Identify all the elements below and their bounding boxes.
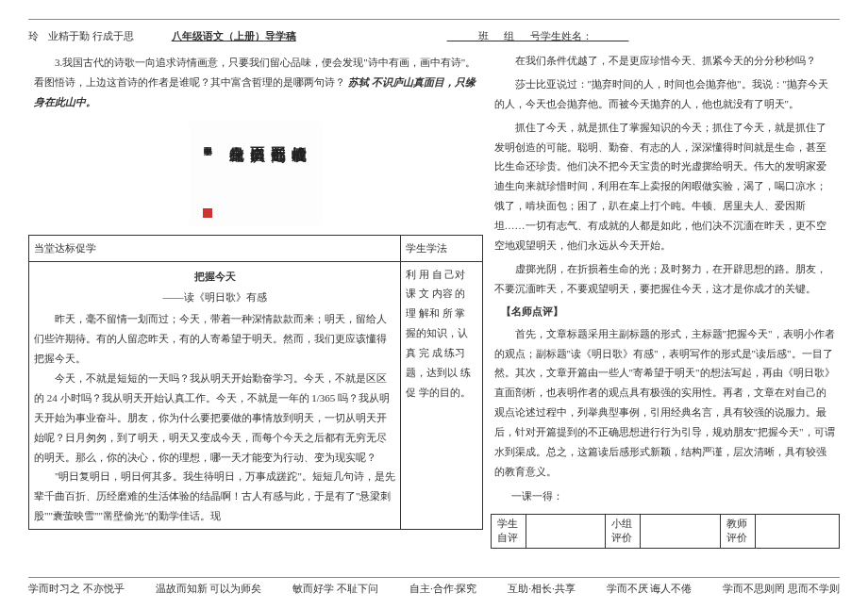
calligraphy-image: 横看成岭侧成峰 远近高低各不同 不识庐山真面目 只缘身在此山中 甲申年阳春书於羊 [190, 122, 322, 225]
footer-5: 互助·相长·共享 [508, 582, 576, 596]
columns: 3.我国古代的诗歌一向追求诗情画意，只要我们留心品味，便会发现"诗中有画，画中有… [28, 49, 840, 549]
footer-3: 敏而好学 不耻下问 [292, 582, 378, 596]
seal-icon [203, 208, 212, 218]
top-divider [28, 19, 840, 20]
header-title: 八年级语文（上册）导学稿 [172, 29, 296, 43]
eval-teacher-value [756, 515, 840, 549]
essay-subtitle: ——读《明日歌》有感 [34, 288, 395, 309]
eval-self-value [526, 515, 606, 549]
footer-7: 学而不思则罔 思而不学则 [723, 582, 840, 596]
footer-4: 自主·合作·探究 [409, 582, 477, 596]
essay-p1: 昨天，毫不留情一划而过；今天，带着一种深情款款而来；明天，留给人们些许期待。有的… [34, 309, 395, 369]
document-page: 玲 业精于勤 行成于思 八年级语文（上册）导学稿 ______班___组___号… [0, 0, 868, 609]
comment-title: 【名师点评】 [491, 304, 840, 319]
comment-body: 首先，文章标题采用主副标题的形式，主标题"把握今天"，表明小作者的观点；副标题"… [491, 322, 840, 484]
evaluation-table: 学生自评 小组评价 教师评价 [491, 514, 840, 549]
table-left-header: 当堂达标促学 [29, 235, 401, 261]
header-blanks: ______班___组___号学生姓名：_______ [447, 29, 629, 43]
eval-teacher-label: 教师评价 [721, 515, 756, 549]
header-motto: 业精于勤 行成于思 [48, 29, 134, 43]
study-table: 当堂达标促学 学生学法 把握今天 ——读《明日歌》有感 昨天，毫不留情一划而过；… [28, 235, 483, 530]
poem-question-block: 3.我国古代的诗歌一向追求诗情画意，只要我们留心品味，便会发现"诗中有画，画中有… [28, 49, 483, 116]
right-p3: 抓住了今天，就是抓住了掌握知识的今天；抓住了今天，就是抓住了发明创造的可能。聪明… [491, 116, 840, 257]
method-cell: 利 用 自 己对 课 文 内容 的 理 解和 所 掌 握的知识，认真 完 成 练… [401, 261, 483, 530]
eval-group-label: 小组评价 [606, 515, 641, 549]
footer-2: 温故而知新 可以为师矣 [156, 582, 262, 596]
footer-6: 学而不厌 诲人不倦 [607, 582, 693, 596]
essay-p2: 今天，不就是短短的一天吗？我从明天开始勤奋学习。今天，不就是区区的 24 小时吗… [34, 369, 395, 467]
table-right-header: 学生学法 [401, 235, 483, 261]
footer-1: 学而时习之 不亦悦乎 [28, 582, 125, 596]
right-p4: 虚掷光阴，在折损着生命的光；及时努力，在开辟思想的路。朋友，不要沉湎昨天，不要观… [491, 257, 840, 301]
essay-cell: 把握今天 ——读《明日歌》有感 昨天，毫不留情一划而过；今天，带着一种深情款款而… [29, 261, 401, 530]
footer: 学而时习之 不亦悦乎 温故而知新 可以为师矣 敏而好学 不耻下问 自主·合作·探… [28, 577, 840, 596]
eval-group-value [641, 515, 721, 549]
right-p1: 在我们条件优越了，不是更应珍惜今天、抓紧今天的分分秒秒吗？ [491, 49, 840, 73]
essay-title: 把握今天 [34, 265, 395, 288]
right-p2: 莎士比亚说过："抛弃时间的人，时间也会抛弃他"。我说："抛弃今天的人，今天也会抛… [491, 73, 840, 116]
eval-self-label: 学生自评 [491, 515, 526, 549]
right-column: 在我们条件优越了，不是更应珍惜今天、抓紧今天的分分秒秒吗？ 莎士比亚说过："抛弃… [483, 49, 840, 549]
essay-p3: "明日复明日，明日何其多。我生待明日，万事成蹉跎"。短短几句诗，是先辈千曲百折、… [34, 467, 395, 526]
left-column: 3.我国古代的诗歌一向追求诗情画意，只要我们留心品味，便会发现"诗中有画，画中有… [28, 49, 483, 549]
header: 玲 业精于勤 行成于思 八年级语文（上册）导学稿 ______班___组___号… [28, 29, 840, 43]
header-hint-left: 玲 [28, 29, 39, 43]
lesson-label: 一课一得： [511, 489, 840, 503]
